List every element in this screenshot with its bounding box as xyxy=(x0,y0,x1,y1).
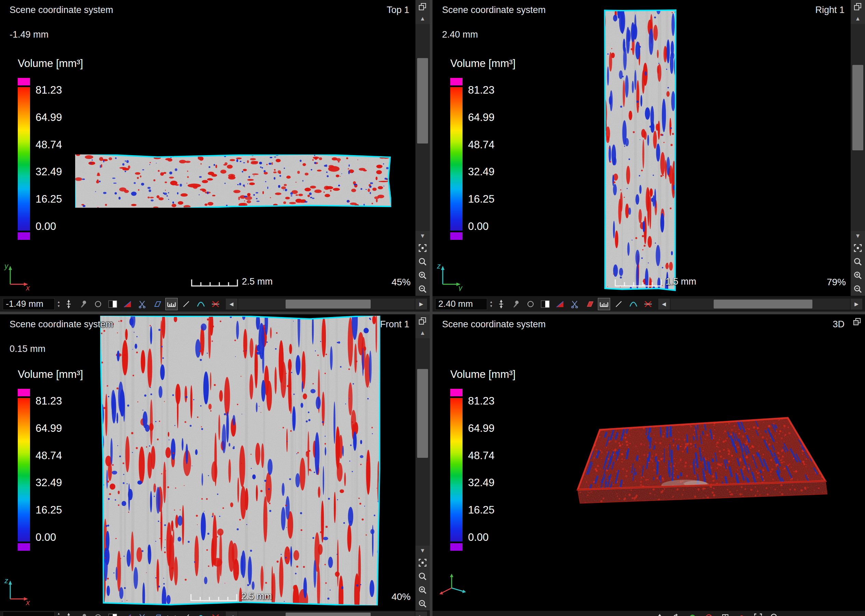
magnifier-icon[interactable] xyxy=(769,611,780,616)
horizontal-scroll-thumb[interactable] xyxy=(714,300,812,308)
coord-system-label: Scene coordinate system xyxy=(442,5,546,16)
scroll-up-arrow[interactable]: ▲ xyxy=(851,14,865,24)
tick-value: 0.00 xyxy=(36,221,62,232)
restore-view-icon[interactable] xyxy=(851,0,865,14)
zoom-out-icon[interactable] xyxy=(851,282,865,296)
scroll-right-arrow[interactable]: ▶ xyxy=(851,299,862,310)
viewport-top[interactable]: Scene coordinate system Top 1 -1.49 mm V… xyxy=(0,0,430,296)
zoom-in-icon[interactable] xyxy=(415,583,430,597)
slice-position-stepper[interactable]: ▴▾ xyxy=(58,300,60,308)
polygon-tool-icon[interactable] xyxy=(151,298,163,310)
ruler-tool-icon[interactable] xyxy=(598,298,610,310)
record-tool-icon[interactable] xyxy=(736,611,747,616)
clear-clip-icon[interactable] xyxy=(642,298,654,310)
magnifier-icon[interactable] xyxy=(851,255,865,269)
horizontal-scrollbar[interactable]: ◀ ▶ xyxy=(658,299,862,310)
slice-position-stepper[interactable]: ▴▾ xyxy=(58,611,60,616)
fit-view-icon[interactable] xyxy=(415,241,430,255)
horizontal-scrollbar[interactable]: ◀ ▶ xyxy=(226,611,427,616)
magnifier-icon[interactable] xyxy=(415,255,430,269)
curve-tool-icon[interactable] xyxy=(195,611,207,616)
line-tool-icon[interactable] xyxy=(613,298,625,310)
scroll-right-arrow[interactable]: ▶ xyxy=(415,299,427,310)
slice-position-input[interactable]: -1.49 mm xyxy=(3,298,55,310)
slice-slider-icon[interactable] xyxy=(63,298,74,310)
slice-position-stepper[interactable]: ▴▾ xyxy=(490,300,492,308)
horizontal-scroll-track[interactable] xyxy=(238,299,415,310)
scroll-left-arrow[interactable]: ◀ xyxy=(658,299,670,310)
grid-tool-icon[interactable] xyxy=(719,611,731,616)
rotate-tool-icon[interactable] xyxy=(670,611,682,616)
viewport-3d[interactable]: Scene coordinate system 3D Volume [mm³] … xyxy=(432,314,865,611)
horizontal-scroll-thumb[interactable] xyxy=(286,613,370,616)
slice-slider-icon[interactable] xyxy=(495,298,507,310)
zoom-in-icon[interactable] xyxy=(851,269,865,282)
sphere-tool-icon[interactable] xyxy=(687,611,698,616)
horizontal-scrollbar[interactable]: ◀ ▶ xyxy=(226,299,427,310)
contrast-tool-icon[interactable] xyxy=(539,298,551,310)
fit-view-icon[interactable] xyxy=(752,611,764,616)
vertical-scrollbar[interactable]: ▲ ▼ xyxy=(415,0,430,296)
fit-view-icon[interactable] xyxy=(851,241,865,255)
viewport-right[interactable]: Scene coordinate system Right 1 2.40 mm … xyxy=(432,0,865,296)
vertical-scroll-thumb[interactable] xyxy=(417,58,428,143)
up-arrow-tool-icon[interactable] xyxy=(654,611,666,616)
zoom-out-icon[interactable] xyxy=(415,282,430,296)
vertical-scroll-track[interactable] xyxy=(851,24,865,231)
slice-position-input[interactable] xyxy=(3,611,55,616)
circle-tool-icon[interactable] xyxy=(525,298,536,310)
scroll-down-arrow[interactable]: ▼ xyxy=(415,231,430,241)
contrast-tool-icon[interactable] xyxy=(107,611,119,616)
scroll-left-arrow[interactable]: ◀ xyxy=(226,611,237,616)
clear-clip-icon[interactable] xyxy=(210,611,221,616)
scroll-down-arrow[interactable]: ▼ xyxy=(851,231,865,241)
circle-tool-icon[interactable] xyxy=(92,298,104,310)
ruler-tool-icon[interactable] xyxy=(166,298,177,310)
line-tool-icon[interactable] xyxy=(181,298,192,310)
ramp-tool-icon[interactable] xyxy=(122,611,133,616)
zoom-in-icon[interactable] xyxy=(415,269,430,282)
clip-scissors-icon[interactable] xyxy=(136,611,148,616)
circle-tool-icon[interactable] xyxy=(92,611,104,616)
fit-view-icon[interactable] xyxy=(415,556,430,570)
vertical-scroll-thumb[interactable] xyxy=(417,369,428,458)
ruler-tool-icon[interactable] xyxy=(166,611,177,616)
tick-value: 32.49 xyxy=(468,477,495,488)
vertical-scrollbar[interactable]: ▲ ▼ xyxy=(415,314,430,611)
zoom-out-icon[interactable] xyxy=(415,597,430,611)
drag-pin-icon[interactable] xyxy=(77,298,89,310)
restore-view-icon[interactable] xyxy=(850,315,864,328)
scroll-down-arrow[interactable]: ▼ xyxy=(415,545,430,556)
drag-pin-icon[interactable] xyxy=(77,611,89,616)
drag-pin-icon[interactable] xyxy=(510,298,522,310)
restore-view-icon[interactable] xyxy=(415,0,430,14)
horizontal-scroll-track[interactable] xyxy=(238,611,415,616)
viewport-front[interactable]: Scene coordinate system Front 1 0.15 mm … xyxy=(0,314,430,611)
polygon-tool-icon[interactable] xyxy=(584,298,595,310)
ramp-tool-icon[interactable] xyxy=(122,298,133,310)
scroll-right-arrow[interactable]: ▶ xyxy=(415,611,427,616)
clip-scissors-icon[interactable] xyxy=(569,298,581,310)
scroll-up-arrow[interactable]: ▲ xyxy=(415,328,430,338)
vertical-scroll-track[interactable] xyxy=(415,338,430,545)
horizontal-scroll-track[interactable] xyxy=(670,299,850,310)
clip-scissors-icon[interactable] xyxy=(136,298,148,310)
horizontal-scroll-thumb[interactable] xyxy=(286,300,370,308)
vertical-scroll-thumb[interactable] xyxy=(852,65,863,150)
restore-view-icon[interactable] xyxy=(415,314,430,328)
vertical-scrollbar[interactable]: ▲ ▼ xyxy=(851,0,865,296)
curve-tool-icon[interactable] xyxy=(628,298,639,310)
slice-slider-icon[interactable] xyxy=(63,611,74,616)
ramp-tool-icon[interactable] xyxy=(554,298,566,310)
scroll-up-arrow[interactable]: ▲ xyxy=(415,14,430,24)
polygon-tool-icon[interactable] xyxy=(151,611,163,616)
disable-clip-icon[interactable] xyxy=(703,611,715,616)
scroll-left-arrow[interactable]: ◀ xyxy=(226,299,237,310)
magnifier-icon[interactable] xyxy=(415,570,430,583)
contrast-tool-icon[interactable] xyxy=(107,298,119,310)
vertical-scroll-track[interactable] xyxy=(415,24,430,231)
slice-position-input[interactable]: 2.40 mm xyxy=(435,298,487,310)
clear-clip-icon[interactable] xyxy=(210,298,221,310)
curve-tool-icon[interactable] xyxy=(195,298,207,310)
line-tool-icon[interactable] xyxy=(181,611,192,616)
